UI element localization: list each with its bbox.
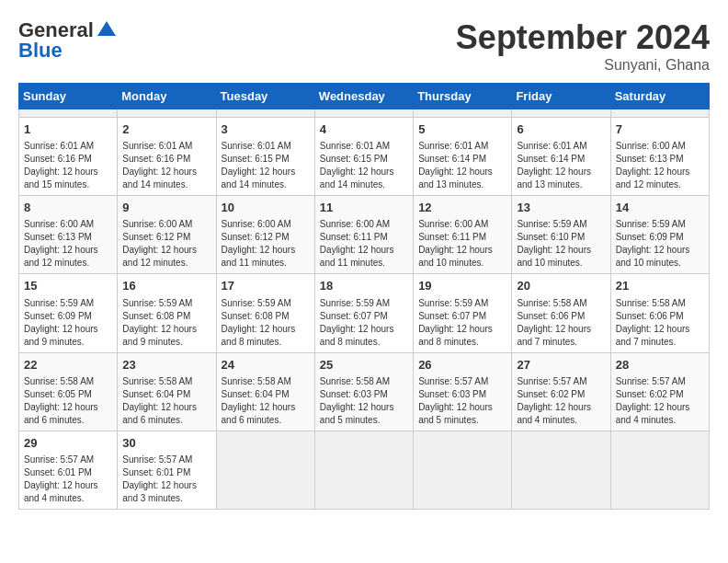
svg-marker-0	[97, 21, 116, 36]
calendar-cell: 19Sunrise: 5:59 AMSunset: 6:07 PMDayligh…	[414, 274, 512, 352]
day-detail: Sunrise: 6:01 AMSunset: 6:14 PMDaylight:…	[418, 140, 506, 191]
calendar-week-row: 15Sunrise: 5:59 AMSunset: 6:09 PMDayligh…	[19, 274, 710, 352]
calendar-week-row: 8Sunrise: 6:00 AMSunset: 6:13 PMDaylight…	[19, 196, 710, 274]
day-detail: Sunrise: 6:00 AMSunset: 6:11 PMDaylight:…	[320, 218, 408, 270]
day-number: 5	[418, 121, 506, 138]
day-detail: Sunrise: 5:57 AMSunset: 6:02 PMDaylight:…	[517, 375, 605, 427]
day-number: 8	[24, 200, 112, 216]
month-title: September 2024	[456, 18, 710, 57]
calendar-header-row: Sunday Monday Tuesday Wednesday Thursday…	[19, 84, 710, 109]
day-number: 2	[122, 121, 210, 138]
calendar-cell: 12Sunrise: 6:00 AMSunset: 6:11 PMDayligh…	[414, 196, 512, 274]
calendar-cell: 29Sunrise: 5:57 AMSunset: 6:01 PMDayligh…	[19, 431, 118, 509]
day-number: 28	[616, 357, 704, 373]
header-saturday: Saturday	[610, 84, 709, 109]
header-thursday: Thursday	[414, 84, 512, 109]
day-detail: Sunrise: 5:59 AMSunset: 6:07 PMDaylight:…	[418, 297, 506, 349]
day-detail: Sunrise: 5:59 AMSunset: 6:08 PMDaylight:…	[122, 297, 210, 349]
calendar-cell	[118, 109, 216, 118]
header-friday: Friday	[512, 84, 610, 109]
calendar-cell	[414, 431, 512, 509]
calendar-table: Sunday Monday Tuesday Wednesday Thursday…	[18, 83, 710, 510]
calendar-cell: 1Sunrise: 6:01 AMSunset: 6:16 PMDaylight…	[19, 118, 118, 196]
calendar-cell: 28Sunrise: 5:57 AMSunset: 6:02 PMDayligh…	[610, 352, 709, 431]
day-detail: Sunrise: 6:01 AMSunset: 6:14 PMDaylight:…	[517, 140, 605, 191]
day-detail: Sunrise: 6:00 AMSunset: 6:13 PMDaylight:…	[616, 140, 704, 191]
day-detail: Sunrise: 5:57 AMSunset: 6:02 PMDaylight:…	[616, 375, 704, 427]
calendar-cell: 23Sunrise: 5:58 AMSunset: 6:04 PMDayligh…	[118, 352, 216, 431]
calendar-cell	[610, 109, 709, 118]
day-number: 20	[517, 278, 605, 294]
day-detail: Sunrise: 6:01 AMSunset: 6:15 PMDaylight:…	[320, 140, 408, 191]
calendar-cell: 27Sunrise: 5:57 AMSunset: 6:02 PMDayligh…	[512, 352, 610, 431]
day-number: 27	[517, 357, 605, 373]
calendar-cell: 10Sunrise: 6:00 AMSunset: 6:12 PMDayligh…	[216, 196, 314, 274]
calendar-cell: 11Sunrise: 6:00 AMSunset: 6:11 PMDayligh…	[314, 196, 413, 274]
day-detail: Sunrise: 6:01 AMSunset: 6:16 PMDaylight:…	[122, 140, 210, 191]
day-number: 14	[616, 200, 704, 216]
day-number: 10	[222, 200, 310, 216]
calendar-cell: 22Sunrise: 5:58 AMSunset: 6:05 PMDayligh…	[19, 352, 118, 431]
header-sunday: Sunday	[19, 84, 118, 109]
calendar-cell: 20Sunrise: 5:58 AMSunset: 6:06 PMDayligh…	[512, 274, 610, 352]
location-title: Sunyani, Ghana	[456, 57, 710, 74]
calendar-cell: 3Sunrise: 6:01 AMSunset: 6:15 PMDaylight…	[216, 118, 314, 196]
day-number: 6	[517, 121, 605, 138]
day-detail: Sunrise: 6:00 AMSunset: 6:12 PMDaylight:…	[122, 218, 210, 270]
header-monday: Monday	[118, 84, 216, 109]
day-number: 11	[320, 200, 408, 216]
header-wednesday: Wednesday	[314, 84, 413, 109]
calendar-cell	[216, 109, 314, 118]
page-header: General Blue September 2024 Sunyani, Gha…	[18, 18, 710, 74]
calendar-cell: 17Sunrise: 5:59 AMSunset: 6:08 PMDayligh…	[216, 274, 314, 352]
calendar-cell: 9Sunrise: 6:00 AMSunset: 6:12 PMDaylight…	[118, 196, 216, 274]
calendar-cell	[314, 109, 413, 118]
calendar-cell: 15Sunrise: 5:59 AMSunset: 6:09 PMDayligh…	[19, 274, 118, 352]
calendar-week-row: 22Sunrise: 5:58 AMSunset: 6:05 PMDayligh…	[19, 352, 710, 431]
calendar-cell: 30Sunrise: 5:57 AMSunset: 6:01 PMDayligh…	[118, 431, 216, 509]
day-number: 18	[320, 278, 408, 294]
calendar-cell: 6Sunrise: 6:01 AMSunset: 6:14 PMDaylight…	[512, 118, 610, 196]
day-detail: Sunrise: 5:58 AMSunset: 6:03 PMDaylight:…	[320, 375, 408, 427]
calendar-cell	[216, 431, 314, 509]
day-detail: Sunrise: 5:58 AMSunset: 6:05 PMDaylight:…	[24, 375, 112, 427]
day-number: 7	[616, 121, 704, 138]
title-block: September 2024 Sunyani, Ghana	[456, 18, 710, 74]
day-detail: Sunrise: 5:59 AMSunset: 6:07 PMDaylight:…	[320, 297, 408, 349]
calendar-cell: 18Sunrise: 5:59 AMSunset: 6:07 PMDayligh…	[314, 274, 413, 352]
day-detail: Sunrise: 5:58 AMSunset: 6:04 PMDaylight:…	[222, 375, 310, 427]
calendar-week-row	[19, 109, 710, 118]
day-number: 15	[24, 278, 112, 294]
day-detail: Sunrise: 5:57 AMSunset: 6:01 PMDaylight:…	[122, 454, 210, 505]
day-number: 17	[222, 278, 310, 294]
day-number: 26	[418, 357, 506, 373]
day-detail: Sunrise: 5:59 AMSunset: 6:09 PMDaylight:…	[616, 218, 704, 270]
calendar-cell: 14Sunrise: 5:59 AMSunset: 6:09 PMDayligh…	[610, 196, 709, 274]
day-number: 13	[517, 200, 605, 216]
calendar-cell	[414, 109, 512, 118]
day-detail: Sunrise: 6:00 AMSunset: 6:11 PMDaylight:…	[418, 218, 506, 270]
day-number: 25	[320, 357, 408, 373]
day-number: 23	[122, 357, 210, 373]
header-tuesday: Tuesday	[216, 84, 314, 109]
calendar-cell	[314, 431, 413, 509]
calendar-cell	[512, 431, 610, 509]
calendar-cell: 24Sunrise: 5:58 AMSunset: 6:04 PMDayligh…	[216, 352, 314, 431]
calendar-cell: 16Sunrise: 5:59 AMSunset: 6:08 PMDayligh…	[118, 274, 216, 352]
calendar-cell: 5Sunrise: 6:01 AMSunset: 6:14 PMDaylight…	[414, 118, 512, 196]
calendar-cell	[19, 109, 118, 118]
day-number: 21	[616, 278, 704, 294]
day-detail: Sunrise: 5:59 AMSunset: 6:09 PMDaylight:…	[24, 297, 112, 349]
day-number: 29	[24, 435, 112, 452]
calendar-cell: 8Sunrise: 6:00 AMSunset: 6:13 PMDaylight…	[19, 196, 118, 274]
day-detail: Sunrise: 5:59 AMSunset: 6:10 PMDaylight:…	[517, 218, 605, 270]
calendar-week-row: 29Sunrise: 5:57 AMSunset: 6:01 PMDayligh…	[19, 431, 710, 509]
day-number: 4	[320, 121, 408, 138]
day-detail: Sunrise: 5:58 AMSunset: 6:04 PMDaylight:…	[122, 375, 210, 427]
day-number: 19	[418, 278, 506, 294]
calendar-cell: 13Sunrise: 5:59 AMSunset: 6:10 PMDayligh…	[512, 196, 610, 274]
logo-icon	[96, 19, 118, 41]
day-number: 24	[222, 357, 310, 373]
calendar-cell	[610, 431, 709, 509]
calendar-cell: 21Sunrise: 5:58 AMSunset: 6:06 PMDayligh…	[610, 274, 709, 352]
